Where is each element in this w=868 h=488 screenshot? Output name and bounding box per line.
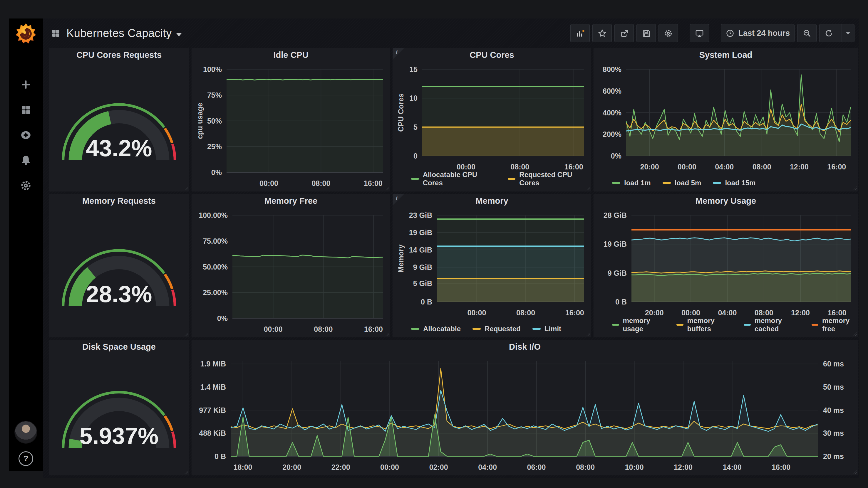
resize-handle-icon[interactable] bbox=[184, 332, 188, 336]
legend-item-memory-buffers[interactable]: memory buffers bbox=[676, 317, 732, 333]
chart-disk-i-o[interactable]: 0 B20 ms488 KiB30 ms977 KiB40 ms1.4 MiB5… bbox=[192, 354, 858, 475]
svg-text:16:00: 16:00 bbox=[364, 179, 382, 187]
legend-item-load-5m[interactable]: load 5m bbox=[662, 179, 702, 187]
resize-handle-icon[interactable] bbox=[852, 332, 857, 336]
svg-text:04:00: 04:00 bbox=[718, 308, 737, 317]
panel-grid: CPU Cores Requests43.2%Idle CPU0%25%50%7… bbox=[49, 48, 858, 476]
sidebar-item-alerting[interactable] bbox=[20, 154, 32, 166]
svg-text:14 GiB: 14 GiB bbox=[409, 246, 432, 254]
chart-memory[interactable]: 0 B5 GiB9 GiB14 GiB19 GiB23 GiB00:0008:0… bbox=[393, 207, 591, 337]
svg-text:40 ms: 40 ms bbox=[823, 406, 844, 414]
resize-handle-icon[interactable] bbox=[586, 186, 590, 190]
panel-title[interactable]: Memory bbox=[393, 194, 591, 207]
legend-item-memory-free[interactable]: memory free bbox=[812, 317, 858, 333]
refresh-button[interactable] bbox=[819, 24, 855, 42]
panel-cpu-cores-requests: CPU Cores Requests43.2% bbox=[49, 48, 189, 191]
sidebar-item-configuration[interactable] bbox=[20, 180, 32, 192]
legend-item-allocatable[interactable]: Allocatable bbox=[411, 325, 461, 333]
resize-handle-icon[interactable] bbox=[384, 186, 389, 190]
gauge-memory-requests: 28.3% bbox=[55, 233, 183, 312]
svg-text:20:00: 20:00 bbox=[282, 463, 301, 471]
legend-label: Limit bbox=[545, 325, 561, 333]
legend-item-load-15m[interactable]: load 15m bbox=[713, 179, 755, 187]
panel-memory-free: Memory Free0%25.00%50.00%75.00%100.00%00… bbox=[192, 194, 390, 337]
svg-text:0 B: 0 B bbox=[421, 298, 432, 306]
chart-idle-cpu[interactable]: 0%25%50%75%100%00:0008:0016:00cpu usage bbox=[192, 62, 390, 191]
svg-text:16:00: 16:00 bbox=[827, 163, 846, 171]
panel-title[interactable]: Disk I/O bbox=[192, 340, 858, 354]
legend-label: load 5m bbox=[675, 179, 702, 187]
svg-text:12:00: 12:00 bbox=[790, 163, 809, 171]
svg-text:00:00: 00:00 bbox=[681, 308, 700, 317]
legend-label: Requested CPU Cores bbox=[519, 171, 591, 187]
resize-handle-icon[interactable] bbox=[384, 332, 389, 336]
panel-title[interactable]: Disk Space Usage bbox=[49, 340, 189, 354]
sidebar-item-dashboards[interactable] bbox=[20, 104, 32, 116]
info-corner-icon[interactable] bbox=[393, 194, 404, 205]
panel-body: 43.2% bbox=[49, 62, 189, 191]
svg-text:08:00: 08:00 bbox=[752, 163, 771, 171]
save-button[interactable] bbox=[637, 24, 656, 42]
add-panel-icon bbox=[576, 29, 585, 38]
chart-memory-free[interactable]: 0%25.00%50.00%75.00%100.00%00:0008:0016:… bbox=[192, 207, 390, 337]
resize-handle-icon[interactable] bbox=[586, 332, 590, 336]
toolbar: Last 24 hours bbox=[570, 24, 855, 42]
sidebar-item-explore[interactable] bbox=[20, 129, 32, 141]
share-button[interactable] bbox=[614, 24, 634, 42]
svg-text:00:00: 00:00 bbox=[678, 163, 696, 171]
panel-system-load: System Load0%200%400%600%800%20:0000:000… bbox=[594, 48, 858, 191]
dashboard-title[interactable]: Kubernetes Capacity bbox=[66, 27, 172, 40]
legend-item-memory-cached[interactable]: memory cached bbox=[744, 317, 800, 333]
svg-text:0: 0 bbox=[413, 152, 417, 160]
chevron-down-icon[interactable] bbox=[176, 33, 182, 36]
panel-title[interactable]: System Load bbox=[594, 48, 858, 62]
panel-title[interactable]: Memory Usage bbox=[594, 194, 858, 207]
svg-text:16:00: 16:00 bbox=[564, 163, 583, 171]
clock-icon bbox=[725, 29, 735, 38]
svg-text:08:00: 08:00 bbox=[510, 163, 529, 171]
panel-title[interactable]: CPU Cores bbox=[393, 48, 591, 62]
panel-title[interactable]: CPU Cores Requests bbox=[49, 48, 189, 62]
dashboards-grid-icon bbox=[20, 104, 32, 116]
cycle-view-button[interactable] bbox=[690, 24, 709, 42]
legend-item-allocatable-cpu-cores[interactable]: Allocatable CPU Cores bbox=[411, 171, 496, 187]
legend-item-limit[interactable]: Limit bbox=[532, 325, 561, 333]
svg-text:9 GiB: 9 GiB bbox=[413, 263, 432, 271]
svg-text:5: 5 bbox=[413, 123, 417, 131]
settings-button[interactable] bbox=[658, 24, 678, 42]
legend-label: Allocatable bbox=[423, 325, 461, 333]
panel-body: 0%25%50%75%100%00:0008:0016:00cpu usage bbox=[192, 62, 390, 191]
panel-title[interactable]: Memory Free bbox=[192, 194, 390, 207]
refresh-icon[interactable] bbox=[819, 24, 838, 42]
svg-text:16:00: 16:00 bbox=[828, 308, 846, 317]
star-button[interactable] bbox=[592, 24, 612, 42]
dashboard-header: Kubernetes Capacity Last 24 hours bbox=[43, 19, 859, 48]
grafana-logo[interactable] bbox=[13, 21, 39, 47]
time-range-button[interactable]: Last 24 hours bbox=[721, 24, 795, 42]
avatar[interactable] bbox=[14, 421, 37, 444]
panel-title[interactable]: Memory Requests bbox=[49, 194, 189, 207]
svg-text:200%: 200% bbox=[603, 130, 621, 138]
svg-text:16:00: 16:00 bbox=[565, 308, 584, 317]
svg-text:20:00: 20:00 bbox=[645, 308, 664, 317]
resize-handle-icon[interactable] bbox=[184, 186, 188, 190]
sidebar-item-create[interactable] bbox=[20, 78, 32, 91]
resize-handle-icon[interactable] bbox=[184, 470, 188, 474]
resize-handle-icon[interactable] bbox=[852, 470, 857, 474]
chart-system-load[interactable]: 0%200%400%600%800%20:0000:0004:0008:0012… bbox=[594, 62, 858, 191]
svg-text:08:00: 08:00 bbox=[311, 179, 330, 187]
help-icon[interactable]: ? bbox=[19, 451, 33, 466]
resize-handle-icon[interactable] bbox=[852, 186, 857, 190]
svg-text:20 ms: 20 ms bbox=[823, 452, 844, 460]
legend-item-memory-usage[interactable]: memory usage bbox=[612, 317, 665, 333]
svg-text:18:00: 18:00 bbox=[234, 463, 252, 471]
info-corner-icon[interactable] bbox=[393, 48, 404, 59]
legend-item-requested-cpu-cores[interactable]: Requested CPU Cores bbox=[508, 171, 591, 187]
panel-memory-requests: Memory Requests28.3% bbox=[49, 194, 189, 337]
refresh-interval-caret[interactable] bbox=[842, 24, 854, 42]
add-panel-button[interactable] bbox=[570, 24, 590, 42]
legend-item-load-1m[interactable]: load 1m bbox=[612, 179, 651, 187]
panel-title[interactable]: Idle CPU bbox=[192, 48, 390, 62]
legend-item-requested[interactable]: Requested bbox=[472, 325, 521, 333]
zoom-out-button[interactable] bbox=[797, 24, 816, 42]
